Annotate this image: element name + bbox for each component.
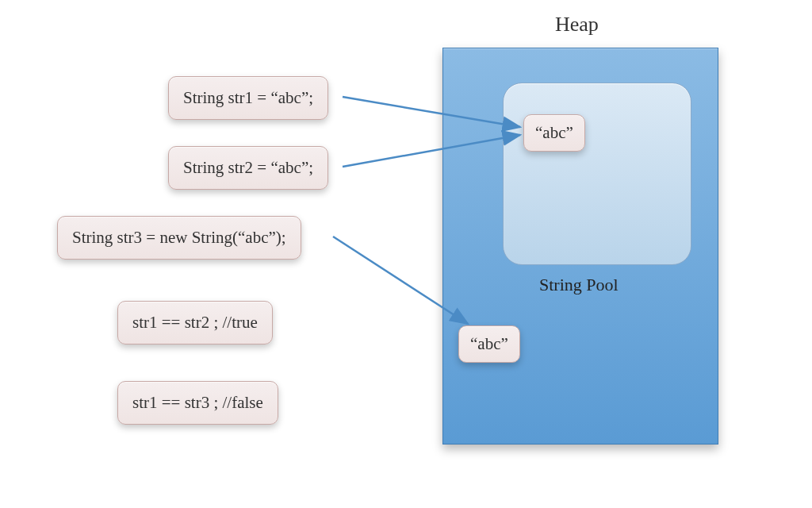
string-pool-abc: “abc” <box>523 114 585 152</box>
code-str2-decl: String str2 = “abc”; <box>168 146 328 190</box>
code-str1-decl: String str1 = “abc”; <box>168 76 328 120</box>
heap-abc: “abc” <box>458 325 520 363</box>
string-pool-region <box>503 83 691 265</box>
string-pool-label: String Pool <box>539 275 619 295</box>
code-str3-decl: String str3 = new String(“abc”); <box>57 216 301 260</box>
code-cmp12: str1 == str2 ; //true <box>117 301 273 344</box>
diagram-stage: Heap “abc” String Pool “abc” String str1… <box>0 0 812 508</box>
code-cmp13: str1 == str3 ; //false <box>117 381 278 425</box>
heap-label: Heap <box>555 13 599 37</box>
